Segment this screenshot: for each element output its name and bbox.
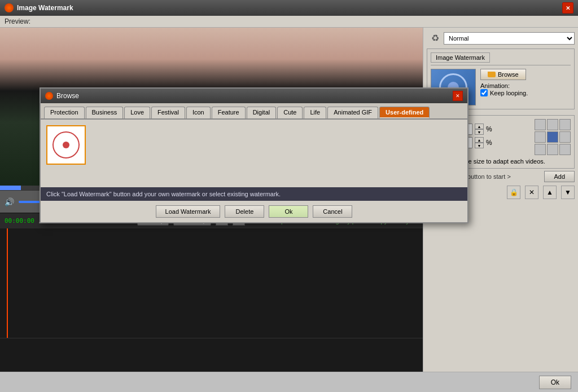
- keep-looping-checkbox[interactable]: [480, 89, 488, 96]
- pos-bot-right[interactable]: [559, 144, 571, 155]
- tab-love[interactable]: Love: [124, 107, 150, 118]
- modal-close-button[interactable]: ✕: [453, 91, 463, 101]
- keep-looping-row: Keep looping.: [480, 89, 528, 96]
- lock-button[interactable]: 🔒: [507, 186, 520, 199]
- mode-select[interactable]: Normal: [444, 32, 575, 45]
- thumb-circle: [52, 131, 80, 158]
- modal-content: [41, 120, 467, 187]
- timeline-canvas[interactable]: [0, 228, 423, 338]
- preview-label: Preview:: [0, 16, 578, 28]
- delete-watermark-button[interactable]: Delete: [225, 205, 264, 218]
- recycle-icon: ♻: [427, 31, 444, 45]
- tab-icon[interactable]: Icon: [186, 107, 211, 118]
- modal-icon: [45, 92, 53, 100]
- animation-section: Animation: Keep looping.: [480, 82, 528, 96]
- modal-ok-button[interactable]: Ok: [269, 205, 308, 218]
- pos-mid-right[interactable]: [559, 131, 571, 143]
- thumb-inner-circle: [63, 142, 69, 148]
- modal-status-text: Click "Load Watermark" button add your o…: [46, 191, 281, 197]
- window-title: Image Watermark: [17, 4, 562, 12]
- pos-top-left[interactable]: [535, 119, 546, 130]
- volume-icon: 🔊: [5, 197, 14, 206]
- modal-status: Click "Load Watermark" button add your o…: [41, 187, 467, 201]
- tab-feature[interactable]: Feature: [212, 107, 246, 118]
- progress-bar-fill: [0, 186, 21, 190]
- timeline-needle: [7, 228, 8, 338]
- y-spinner-down[interactable]: ▼: [475, 143, 484, 148]
- main-window: Image Watermark ✕ Preview: 🔊 ▶ ■ Prev: [0, 0, 578, 392]
- y-spinner: ▲ ▼: [475, 137, 484, 148]
- pos-top-right[interactable]: [559, 119, 571, 130]
- x-unit: %: [486, 125, 492, 133]
- move-up-button[interactable]: ▲: [543, 186, 557, 199]
- bottom-bar: Ok: [0, 372, 578, 392]
- y-unit: %: [486, 139, 492, 147]
- wm-timeline-area: [0, 338, 423, 372]
- pos-mid-left[interactable]: [535, 131, 546, 143]
- folder-icon: [488, 72, 496, 77]
- tab-life[interactable]: Life: [304, 107, 326, 118]
- browse-section: Browse Animation: Keep looping.: [480, 69, 528, 96]
- tab-animated-gif[interactable]: Animated GIF: [327, 107, 378, 118]
- tab-festival[interactable]: Festival: [151, 107, 185, 118]
- x-spinner-down[interactable]: ▼: [475, 129, 484, 135]
- pos-top-center[interactable]: [547, 119, 558, 130]
- app-icon: [5, 3, 14, 12]
- browse-button[interactable]: Browse: [480, 69, 526, 80]
- add-button[interactable]: Add: [544, 171, 575, 182]
- position-grid: [535, 119, 571, 155]
- x-spinner: ▲ ▼: [475, 124, 484, 135]
- modal-title-bar: Browse ✕: [41, 89, 467, 103]
- load-watermark-button[interactable]: Load Watermark: [156, 205, 221, 218]
- close-button[interactable]: ✕: [562, 2, 573, 14]
- watermark-thumbnail[interactable]: [46, 125, 86, 165]
- delete-icon-button[interactable]: ✕: [525, 186, 538, 199]
- main-ok-button[interactable]: Ok: [539, 376, 571, 389]
- watermark-tab[interactable]: Image Watermark: [431, 52, 490, 63]
- title-bar: Image Watermark ✕: [0, 0, 578, 16]
- y-spinner-up[interactable]: ▲: [475, 137, 484, 143]
- tab-user-defined[interactable]: User-defined: [379, 107, 430, 118]
- mode-container: ♻ Normal: [427, 31, 575, 45]
- modal-tabs: Protection Business Love Festival Icon F…: [41, 103, 467, 120]
- modal-actions: Load Watermark Delete Ok Cancel: [41, 201, 467, 222]
- modal-cancel-button[interactable]: Cancel: [313, 205, 352, 218]
- tab-digital[interactable]: Digital: [247, 107, 277, 118]
- tab-protection[interactable]: Protection: [44, 107, 85, 118]
- modal-title: Browse: [56, 92, 453, 100]
- pos-bot-center[interactable]: [547, 144, 558, 155]
- pos-mid-center[interactable]: [547, 131, 558, 143]
- tab-business[interactable]: Business: [86, 107, 124, 118]
- volume-slider[interactable]: [19, 201, 41, 203]
- current-time: 00:00:00: [5, 217, 34, 224]
- move-down-button[interactable]: ▼: [561, 186, 575, 199]
- x-spinner-up[interactable]: ▲: [475, 124, 484, 129]
- keep-looping-label: Keep looping.: [490, 90, 528, 96]
- tab-cute[interactable]: Cute: [277, 107, 303, 118]
- watermark-panel-header: Image Watermark: [431, 52, 571, 65]
- pos-bot-left[interactable]: [535, 144, 546, 155]
- browse-modal: Browse ✕ Protection Business Love Festiv…: [40, 87, 468, 223]
